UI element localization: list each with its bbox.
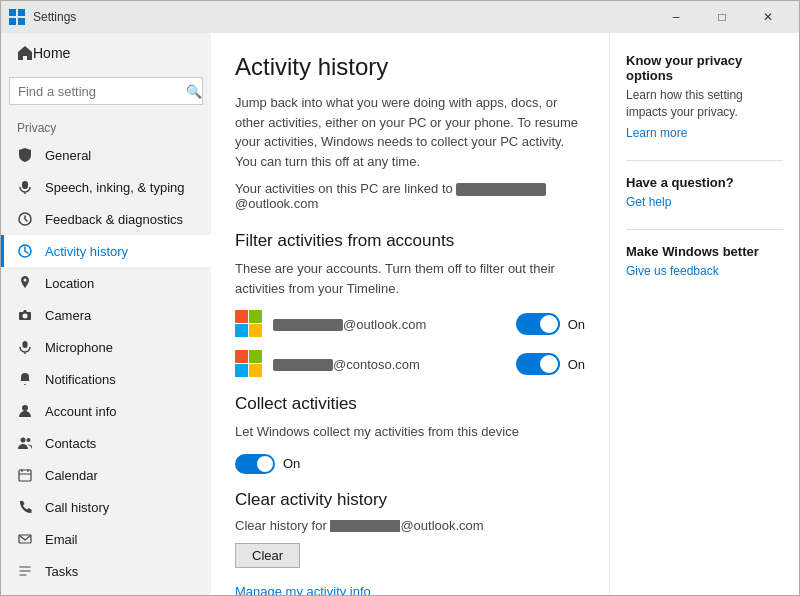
sidebar-item-label: General — [45, 148, 91, 163]
privacy-section-label: Privacy — [1, 113, 211, 139]
close-button[interactable]: ✕ — [745, 1, 791, 33]
email-icon — [17, 531, 33, 547]
sidebar-item-label: Activity history — [45, 244, 128, 259]
sidebar-item-label: Tasks — [45, 564, 78, 579]
right-section-privacy: Know your privacy options Learn how this… — [626, 53, 783, 140]
svg-rect-4 — [22, 181, 28, 189]
sidebar-item-label: Call history — [45, 500, 109, 515]
app-icon — [9, 9, 25, 25]
sidebar: Home 🔍 Privacy General Speech, inkin — [1, 33, 211, 595]
sidebar-item-label: Calendar — [45, 468, 98, 483]
bell-icon — [17, 371, 33, 387]
filter-section-desc: These are your accounts. Turn them off t… — [235, 259, 585, 298]
linked-account-redacted — [456, 183, 546, 196]
clock-icon — [17, 243, 33, 259]
maximize-button[interactable]: □ — [699, 1, 745, 33]
tasks-icon — [17, 563, 33, 579]
right-section-question: Have a question? Get help — [626, 175, 783, 209]
calendar-icon — [17, 467, 33, 483]
settings-window: Settings – □ ✕ Home 🔍 — [0, 0, 800, 596]
feedback-icon — [17, 211, 33, 227]
svg-point-8 — [23, 314, 28, 319]
toggle-label-2: On — [568, 357, 585, 372]
right-question-title: Have a question? — [626, 175, 783, 190]
manage-activity-link[interactable]: Manage my activity info — [235, 584, 371, 595]
sidebar-item-camera[interactable]: Camera — [1, 299, 211, 331]
get-help-link[interactable]: Get help — [626, 195, 671, 209]
filter-section: Filter activities from accounts These ar… — [235, 231, 585, 378]
ms-logo-1 — [235, 310, 263, 338]
home-icon — [17, 45, 33, 61]
sidebar-item-calendar[interactable]: Calendar — [1, 459, 211, 491]
toggle-label-1: On — [568, 317, 585, 332]
speech-icon — [17, 179, 33, 195]
sidebar-item-feedback[interactable]: Feedback & diagnostics — [1, 203, 211, 235]
filter-section-title: Filter activities from accounts — [235, 231, 585, 251]
right-section-feedback: Make Windows better Give us feedback — [626, 244, 783, 278]
shield-icon — [17, 147, 33, 163]
linked-account-text: Your activities on this PC are linked to… — [235, 181, 585, 211]
sidebar-item-account-info[interactable]: Account info — [1, 395, 211, 427]
right-feedback-title: Make Windows better — [626, 244, 783, 259]
sidebar-item-label: Contacts — [45, 436, 96, 451]
sidebar-item-general[interactable]: General — [1, 139, 211, 171]
sidebar-item-notifications[interactable]: Notifications — [1, 363, 211, 395]
clear-section: Clear activity history Clear history for… — [235, 490, 585, 568]
person-icon — [17, 403, 33, 419]
account-email-2: @contoso.com — [273, 357, 506, 372]
sidebar-item-label: Speech, inking, & typing — [45, 180, 184, 195]
content-area: Home 🔍 Privacy General Speech, inkin — [1, 33, 799, 595]
search-input[interactable] — [18, 84, 186, 99]
sidebar-item-home[interactable]: Home — [1, 33, 211, 73]
window-controls: – □ ✕ — [653, 1, 791, 33]
sidebar-item-label: Account info — [45, 404, 117, 419]
ms-logo-2 — [235, 350, 263, 378]
sidebar-item-label: Location — [45, 276, 94, 291]
collect-section: Collect activities Let Windows collect m… — [235, 394, 585, 474]
sidebar-item-activity[interactable]: Activity history — [1, 235, 211, 267]
page-title: Activity history — [235, 53, 585, 81]
collect-toggle-label: On — [283, 456, 300, 471]
learn-more-link[interactable]: Learn more — [626, 126, 687, 140]
right-panel: Know your privacy options Learn how this… — [609, 33, 799, 595]
minimize-button[interactable]: – — [653, 1, 699, 33]
sidebar-item-label: Email — [45, 532, 78, 547]
collect-section-title: Collect activities — [235, 394, 585, 414]
sidebar-item-label: Notifications — [45, 372, 116, 387]
sidebar-item-contacts[interactable]: Contacts — [1, 427, 211, 459]
clear-desc: Clear history for @outlook.com — [235, 518, 585, 533]
svg-point-12 — [27, 438, 31, 442]
clear-button[interactable]: Clear — [235, 543, 300, 568]
svg-point-11 — [21, 438, 26, 443]
home-label: Home — [33, 45, 70, 61]
sidebar-item-tasks[interactable]: Tasks — [1, 555, 211, 587]
right-privacy-desc: Learn how this setting impacts your priv… — [626, 87, 783, 121]
svg-point-10 — [22, 405, 28, 411]
sidebar-item-speech[interactable]: Speech, inking, & typing — [1, 171, 211, 203]
toggle-account-2[interactable] — [516, 353, 560, 375]
page-description: Jump back into what you were doing with … — [235, 93, 585, 171]
right-privacy-title: Know your privacy options — [626, 53, 783, 83]
main-content: Activity history Jump back into what you… — [211, 33, 609, 595]
toggle-account-1[interactable] — [516, 313, 560, 335]
toggle-container-1: On — [516, 313, 585, 335]
sidebar-item-location[interactable]: Location — [1, 267, 211, 299]
search-box[interactable]: 🔍 — [9, 77, 203, 105]
collect-toggle[interactable] — [235, 454, 275, 474]
svg-rect-2 — [9, 18, 16, 25]
window-title: Settings — [33, 10, 653, 24]
search-icon: 🔍 — [186, 84, 202, 99]
right-divider-2 — [626, 229, 783, 230]
sidebar-item-call-history[interactable]: Call history — [1, 491, 211, 523]
account-email-1: @outlook.com — [273, 317, 506, 332]
microphone-icon — [17, 339, 33, 355]
svg-rect-3 — [18, 18, 25, 25]
clear-section-title: Clear activity history — [235, 490, 585, 510]
sidebar-item-email[interactable]: Email — [1, 523, 211, 555]
sidebar-item-microphone[interactable]: Microphone — [1, 331, 211, 363]
svg-rect-1 — [18, 9, 25, 16]
sidebar-item-label: Camera — [45, 308, 91, 323]
sidebar-item-label: Microphone — [45, 340, 113, 355]
location-icon — [17, 275, 33, 291]
give-feedback-link[interactable]: Give us feedback — [626, 264, 719, 278]
